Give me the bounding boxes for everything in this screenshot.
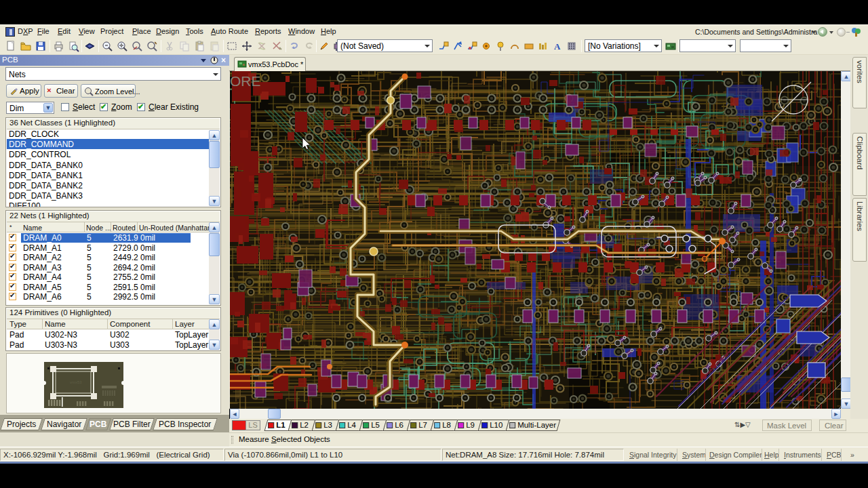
svg-text:A: A (554, 41, 561, 52)
svg-text:vmx53: vmx53 (70, 380, 82, 384)
svg-text:ORE: ORE (230, 73, 261, 89)
